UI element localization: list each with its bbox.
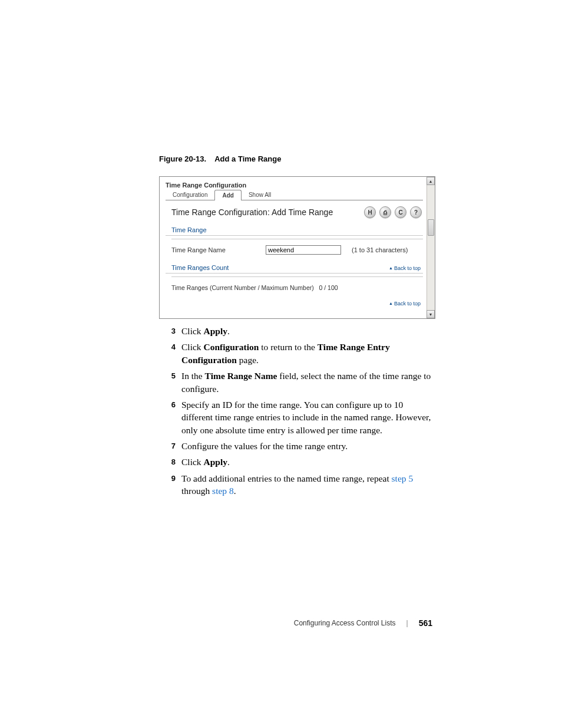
footer-page-number: 561 xyxy=(419,618,432,628)
panel-title: Time Range Configuration: Add Time Range xyxy=(171,207,333,217)
scroll-down-button[interactable]: ▾ xyxy=(427,310,435,318)
count-value: 0 / 100 xyxy=(319,284,338,291)
figure-label: Figure 20-13. xyxy=(159,154,206,163)
section-count: Time Ranges Count xyxy=(171,264,229,271)
link-step-5[interactable]: step 5 xyxy=(392,473,414,483)
back-to-top-link[interactable]: Back to top xyxy=(389,265,421,271)
step-8: 8 Click Apply. xyxy=(159,456,432,468)
count-label: Time Ranges (Current Number / Maximum Nu… xyxy=(171,284,314,291)
timerange-name-input[interactable] xyxy=(266,245,341,255)
step-7: 7 Configure the values for the time rang… xyxy=(159,440,432,452)
tab-show-all[interactable]: Show All xyxy=(242,190,278,200)
tab-strip: Configuration Add Show All xyxy=(166,190,423,200)
webui-screenshot: ▴ ▾ Time Range Configuration Configurati… xyxy=(159,176,435,319)
timerange-name-label: Time Range Name xyxy=(171,246,266,253)
back-to-top-link-2[interactable]: Back to top xyxy=(389,301,421,307)
step-4: 4 Click Configuration to return to the T… xyxy=(159,341,432,366)
refresh-icon[interactable]: C xyxy=(395,206,406,218)
footer-chapter: Configuring Access Control Lists xyxy=(294,619,396,627)
figure-title: Add a Time Range xyxy=(214,154,281,163)
save-icon[interactable]: H xyxy=(364,206,376,218)
page-header: Time Range Configuration xyxy=(166,182,423,189)
section-time-range: Time Range xyxy=(166,226,423,236)
link-step-8[interactable]: step 8 xyxy=(212,486,234,496)
step-5: 5 In the Time Range Name field, select t… xyxy=(159,370,432,395)
tab-configuration[interactable]: Configuration xyxy=(166,190,214,200)
step-9: 9 To add additional entries to the named… xyxy=(159,472,432,498)
step-3: 3 Click Apply. xyxy=(159,325,432,337)
print-icon[interactable]: ⎙ xyxy=(379,206,391,218)
help-icon[interactable]: ? xyxy=(410,206,422,218)
page-footer: Configuring Access Control Lists | 561 xyxy=(294,618,432,628)
tab-add[interactable]: Add xyxy=(214,190,241,200)
timerange-name-hint: (1 to 31 characters) xyxy=(352,246,408,253)
procedure-steps: 3 Click Apply. 4 Click Configuration to … xyxy=(159,325,432,498)
step-6: 6 Specify an ID for the time range. You … xyxy=(159,398,432,436)
figure-caption: Figure 20-13.Add a Time Range xyxy=(159,154,432,163)
